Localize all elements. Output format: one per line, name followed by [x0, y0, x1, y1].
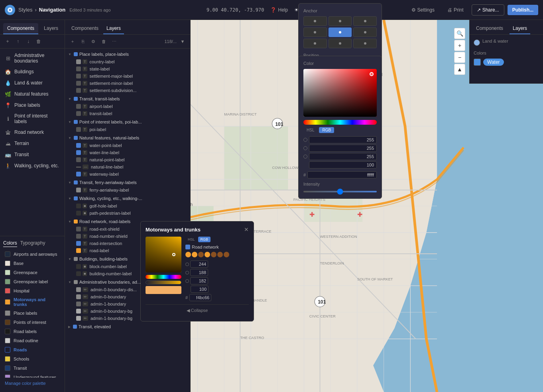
color-input-g[interactable] [309, 145, 377, 152]
color-hue-bar[interactable] [303, 120, 377, 125]
anchor-btn-mc[interactable] [329, 27, 352, 37]
layer-group-transit-labels-header[interactable]: ▼ Transit, transit-labels [65, 95, 190, 103]
color-gradient-box[interactable] [303, 69, 377, 117]
color-item-transit[interactable]: Transit [3, 364, 61, 372]
layer-group-poi-labels-header[interactable]: ▼ Point of interest labels, poi-lab... [65, 118, 190, 126]
sidebar-item-natural-features[interactable]: 🌿 Natural features [0, 88, 65, 100]
anchor-btn-tc[interactable] [329, 16, 352, 26]
motor-dot-3[interactable] [198, 252, 204, 257]
layer-item-airport-label[interactable]: T airport-label [65, 103, 190, 110]
sidebar-item-buildings[interactable]: 🏠 Buildings [0, 66, 65, 77]
anchor-btn-tr[interactable] [353, 16, 377, 26]
color-radio-r[interactable] [303, 138, 307, 142]
styles-link[interactable]: Styles [18, 7, 32, 13]
anchor-btn-ml[interactable] [303, 27, 327, 37]
motor-mode-hsl[interactable]: HSL [185, 237, 197, 242]
color-item-greenspace-label[interactable]: Greenspace label [3, 278, 61, 286]
tab-layers-layers[interactable]: Layers [103, 23, 124, 34]
motor-input-hex[interactable] [189, 294, 211, 301]
delete-button[interactable]: 🗑 [99, 37, 108, 46]
color-input-hex[interactable] [307, 171, 377, 178]
publish-button[interactable]: Publish... [508, 5, 538, 15]
layer-item-settlement-minor[interactable]: T settlement-minor-label [65, 80, 190, 87]
layer-item-water-point-label[interactable]: T water-point-label [65, 142, 190, 149]
color-item-airports[interactable]: Airports and aeroways [3, 250, 61, 258]
tab-colors[interactable]: Colors [3, 239, 17, 247]
motor-dot-5[interactable] [211, 252, 216, 257]
search-map-button[interactable]: 🔍 [454, 28, 465, 39]
color-item-road-outline[interactable]: Road outline [3, 337, 61, 345]
settings-button[interactable]: ⚙ Settings [407, 5, 439, 15]
color-radio-g[interactable] [303, 146, 307, 150]
copy-button[interactable]: ⎘ [79, 37, 87, 46]
color-cursor[interactable] [370, 72, 374, 76]
layer-item-poi-label[interactable]: T poi-label [65, 126, 190, 133]
motor-radio-g[interactable] [185, 271, 189, 274]
color-mode-rgb[interactable]: RGB [319, 127, 334, 133]
zoom-out-button[interactable]: − [454, 52, 465, 63]
layer-item-settlement-sub[interactable]: T settlement-subdivision... [65, 87, 190, 94]
layer-group-natural-labels-header[interactable]: ▼ Natural features, natural-labels [65, 134, 190, 142]
layer-item-natural-line-label[interactable]: — natural-line-label [65, 163, 190, 171]
motor-cursor[interactable] [172, 253, 175, 256]
layer-item-golf-label[interactable]: ■ golf-hole-label [65, 202, 190, 210]
filter-layers-button[interactable]: ▼ [178, 37, 187, 46]
zoom-in-button[interactable]: + [454, 40, 465, 51]
sidebar-item-admin-boundaries[interactable]: ⊞ Administrative boundaries [0, 50, 65, 66]
color-item-place-labels[interactable]: Place labels [3, 309, 61, 317]
anchor-btn-bc[interactable] [329, 39, 352, 48]
motor-dot-2[interactable] [192, 252, 197, 257]
help-button[interactable]: ❓ Help [270, 7, 288, 13]
tab-layers-right[interactable]: Layers [510, 23, 530, 34]
color-item-roads[interactable]: Roads [3, 346, 61, 354]
motor-dot-7[interactable] [224, 252, 229, 257]
add-item-button[interactable]: + [68, 37, 77, 46]
move-down-button[interactable]: ↓ [24, 37, 33, 46]
motor-dot-4[interactable] [205, 252, 210, 257]
anchor-btn-bl[interactable] [303, 39, 327, 48]
layer-item-natural-point-label[interactable]: T natural-point-label [65, 156, 190, 163]
print-button[interactable]: 🖨 Print [443, 5, 468, 15]
tab-components-layers[interactable]: Components [68, 23, 102, 34]
layer-group-place-labels-header[interactable]: ▼ Place labels, place-labels [65, 50, 190, 58]
intensity-slider[interactable] [303, 191, 377, 192]
tab-layers-left[interactable]: Layers [40, 23, 62, 34]
water-color-chip[interactable] [474, 59, 481, 66]
motor-input-g[interactable] [190, 269, 208, 276]
motor-alpha-bar[interactable] [146, 280, 181, 284]
motor-radio-r[interactable] [185, 263, 189, 266]
compass-button[interactable]: ▲ [454, 64, 465, 75]
layer-group-transit-elevated-header[interactable]: ▶ Transit, elevated [65, 323, 190, 331]
anchor-btn-mr[interactable] [353, 27, 377, 37]
motor-gradient-box[interactable] [146, 237, 181, 272]
color-item-schools[interactable]: Schools [3, 355, 61, 363]
manage-color-palette-button[interactable]: Manage color palette [3, 378, 61, 389]
motor-radio-b[interactable] [185, 279, 189, 283]
layer-group-ferry-labels-header[interactable]: ▼ Transit, ferry-aerialway-labels [65, 178, 190, 186]
motor-dot-1[interactable] [185, 252, 191, 257]
filter-button[interactable]: ⚙ [89, 37, 98, 46]
add-layer-button[interactable]: + [3, 37, 12, 46]
sidebar-item-place-labels[interactable]: 📍 Place labels [0, 100, 65, 111]
delete-layer-button[interactable]: 🗑 [34, 37, 43, 46]
layer-item-state-label[interactable]: T state-label [65, 65, 190, 73]
anchor-btn-br[interactable] [353, 39, 377, 48]
tab-components-right[interactable]: Components [473, 23, 506, 34]
layer-item-pedestrian-label[interactable]: ■ path-pedestrian-label [65, 210, 190, 217]
sidebar-item-walking[interactable]: 🚶 Walking, cycling, etc. [0, 160, 65, 171]
color-item-hospital[interactable]: Hospital [3, 287, 61, 295]
motor-input-b[interactable] [190, 277, 208, 284]
layer-group-walking-labels-header[interactable]: ▼ Walking, cycling, etc., walking-... [65, 194, 190, 202]
layer-item-country-label[interactable]: T country-label [65, 58, 190, 65]
tab-typography[interactable]: Typography [20, 239, 45, 247]
anchor-btn-tl[interactable] [303, 16, 327, 26]
color-input-b[interactable] [309, 153, 377, 160]
share-button[interactable]: ↗ Share... [472, 4, 504, 16]
motor-hue-bar[interactable] [146, 275, 181, 279]
layer-item-ferry-label[interactable]: T ferry-aerialway-label [65, 186, 190, 194]
layer-item-water-line-label[interactable]: T water-line-label [65, 149, 190, 156]
motor-input-a[interactable] [191, 286, 209, 293]
tab-components-left[interactable]: Components [3, 23, 38, 34]
motor-dot-6[interactable] [217, 252, 223, 257]
motor-input-r[interactable] [190, 261, 208, 268]
